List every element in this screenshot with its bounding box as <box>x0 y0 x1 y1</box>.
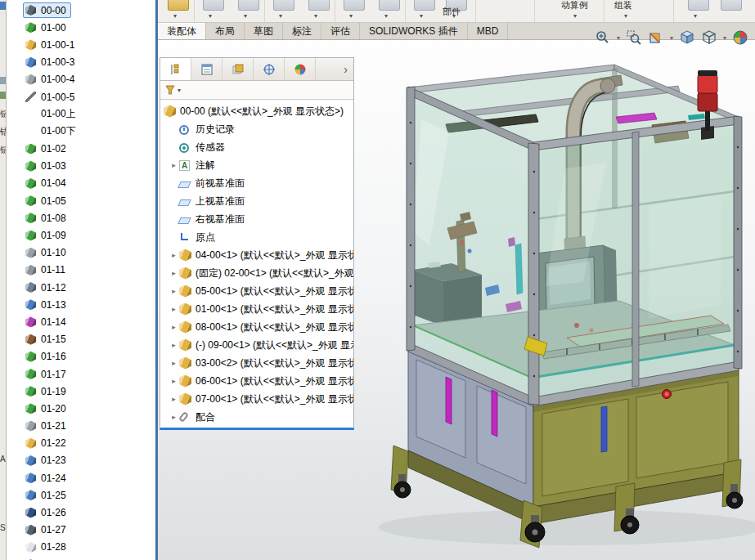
part-list-item[interactable]: 01-00-4 <box>7 71 155 88</box>
dropdown-caret-icon[interactable] <box>279 12 282 20</box>
ribbon-button-partial[interactable] <box>688 0 709 11</box>
part-list-item[interactable]: 01-04 <box>7 175 155 192</box>
part-list-item[interactable]: 01-29 <box>7 556 155 560</box>
expand-arrow-icon[interactable]: ▸ <box>169 359 179 367</box>
feature-tree-item[interactable]: 右视基准面 <box>160 210 353 228</box>
dropdown-caret-icon[interactable] <box>624 12 627 20</box>
ribbon-button-partial[interactable] <box>238 0 259 11</box>
expand-arrow-icon[interactable]: ▸ <box>169 287 179 295</box>
feature-tree-item[interactable]: ▸ 07-00<1> (默认<<默认>_外观 显示状态>) <box>160 390 353 408</box>
part-list-item[interactable]: 01-25 <box>7 486 155 504</box>
feature-tree-item[interactable]: ▸ 06-00<1> (默认<<默认>_外观 显示状态>) <box>160 372 353 390</box>
expand-arrow-icon[interactable]: ▸ <box>169 251 179 259</box>
part-list-item[interactable]: 01-27 <box>7 522 155 539</box>
dropdown-caret-icon[interactable] <box>670 34 673 42</box>
panel-splitter[interactable] <box>155 0 158 560</box>
part-list-item[interactable]: 01-13 <box>7 296 155 313</box>
part-list-item[interactable]: 01-19 <box>7 383 155 400</box>
dropdown-caret-icon[interactable] <box>573 12 577 20</box>
feature-tree-item[interactable]: 00-00 (默认<<默认>_外观 显示状态>) <box>160 102 353 120</box>
tab-featuremanager[interactable] <box>160 58 191 80</box>
feature-tree-item[interactable]: ▸ 08-00<1> (默认<<默认>_外观 显示状态>) <box>160 318 353 336</box>
dropdown-caret-icon[interactable] <box>617 34 620 42</box>
tab-dimxpertmanager[interactable] <box>254 58 285 80</box>
ribbon-label-fragment[interactable]: 部件 <box>443 6 461 18</box>
filter-funnel-icon[interactable] <box>164 84 181 96</box>
dropdown-caret-icon[interactable] <box>244 12 247 20</box>
part-list-item[interactable]: 01-28 <box>7 539 155 556</box>
ribbon-label-fragment[interactable]: 动算例 <box>561 0 588 11</box>
zoom-to-area-icon[interactable] <box>626 29 642 46</box>
display-style-icon[interactable] <box>701 29 717 46</box>
appearances-icon[interactable] <box>732 29 748 46</box>
ribbon-button-partial[interactable] <box>721 0 742 11</box>
part-list-item[interactable]: 01-12 <box>7 279 155 296</box>
commandmanager-tab[interactable]: 评估 <box>321 23 360 39</box>
ribbon-button-partial[interactable] <box>203 0 224 11</box>
tab-propertymanager[interactable] <box>191 58 222 80</box>
dropdown-caret-icon[interactable] <box>314 12 317 20</box>
filter-input[interactable] <box>186 84 349 96</box>
ribbon-button-partial[interactable] <box>273 0 294 11</box>
part-list-item[interactable]: 01-11 <box>7 262 155 279</box>
panel-expand-chevron[interactable] <box>338 58 353 80</box>
part-list-item[interactable]: 01-24 <box>7 469 155 486</box>
dropdown-caret-icon[interactable] <box>723 34 726 42</box>
commandmanager-tab[interactable]: SOLIDWORKS 插件 <box>360 23 468 39</box>
part-list-item[interactable]: 01-23 <box>7 452 155 469</box>
commandmanager-tab[interactable]: 布局 <box>206 23 245 39</box>
expand-arrow-icon[interactable]: ▸ <box>169 305 179 313</box>
part-list-item[interactable]: 01-00下 <box>7 123 155 140</box>
feature-tree-item[interactable]: ▸ 05-00<1> (默认<<默认>_外观 显示状态>) <box>160 282 353 300</box>
view-orientation-icon[interactable] <box>679 29 695 46</box>
part-list-item[interactable]: 01-00 <box>7 19 155 36</box>
feature-tree-item[interactable]: 上视基准面 <box>160 192 353 210</box>
ribbon-label-fragment[interactable]: 组装 <box>614 0 632 11</box>
expand-arrow-icon[interactable]: ▸ <box>169 269 179 277</box>
feature-tree-item[interactable]: 前视基准面 <box>160 174 353 192</box>
part-list-item[interactable]: 01-15 <box>7 331 155 348</box>
feature-tree-item[interactable]: ▸ 03-00<2> (默认<<默认>_外观 显示状态>) <box>160 354 353 372</box>
part-list-item[interactable]: 01-10 <box>7 244 155 262</box>
dropdown-caret-icon[interactable] <box>173 12 177 20</box>
ribbon-button-partial[interactable] <box>168 0 189 11</box>
part-list-item[interactable]: 01-00上 <box>7 105 155 123</box>
zoom-to-fit-icon[interactable] <box>595 29 611 46</box>
expand-arrow-icon[interactable]: ▸ <box>169 341 179 349</box>
ribbon-button-partial[interactable] <box>414 0 435 11</box>
part-list-item[interactable]: 01-00-3 <box>7 54 155 71</box>
part-list-item[interactable]: 01-22 <box>7 435 155 452</box>
feature-tree-item[interactable]: ▸ 注解 <box>160 156 353 174</box>
part-list-item[interactable]: 01-00-5 <box>7 88 155 105</box>
part-list-item[interactable]: 01-00-1 <box>7 36 155 53</box>
expand-arrow-icon[interactable]: ▸ <box>169 323 179 331</box>
dropdown-caret-icon[interactable] <box>384 12 388 20</box>
part-list-item[interactable]: 01-08 <box>7 209 155 226</box>
feature-tree-item[interactable]: ▸ (-) 09-00<1> (默认<<默认>_外观 显示状态>) <box>160 336 353 354</box>
feature-tree-item[interactable]: ▸ (固定) 02-00<1> (默认<<默认>_外观 显示状态>) <box>160 264 353 282</box>
part-list-item[interactable]: 01-03 <box>7 158 155 175</box>
tab-configurationmanager[interactable] <box>222 58 254 80</box>
expand-arrow-icon[interactable]: ▸ <box>169 377 179 385</box>
dropdown-caret-icon[interactable] <box>349 12 353 20</box>
section-view-icon[interactable] <box>648 29 664 46</box>
part-list-item[interactable]: 01-16 <box>7 348 155 365</box>
commandmanager-tab[interactable]: MBD <box>468 23 509 39</box>
ribbon-button-partial[interactable] <box>379 0 400 11</box>
expand-arrow-icon[interactable]: ▸ <box>169 161 179 169</box>
feature-tree-item[interactable]: 原点 <box>160 228 353 246</box>
part-list-item[interactable]: 01-20 <box>7 400 155 417</box>
feature-tree-item[interactable]: 传感器 <box>160 138 353 156</box>
expand-arrow-icon[interactable]: ▸ <box>169 413 179 421</box>
part-list-item[interactable]: 01-05 <box>7 192 155 209</box>
part-list-item[interactable]: 01-02 <box>7 141 155 158</box>
feature-tree-item[interactable]: ▸ 01-00<1> (默认<<默认>_外观 显示状态>) <box>160 300 353 318</box>
dropdown-caret-icon[interactable] <box>209 12 212 20</box>
tab-displaymanager[interactable] <box>285 58 316 80</box>
expand-arrow-icon[interactable]: ▸ <box>169 395 179 403</box>
commandmanager-tab[interactable]: 标注 <box>283 23 321 39</box>
part-list-item[interactable]: 00-00 <box>7 2 155 19</box>
ribbon-button-partial[interactable] <box>308 0 330 11</box>
ribbon-button-partial[interactable] <box>344 0 365 11</box>
feature-tree-item[interactable]: ▸ 04-00<1> (默认<<默认>_外观 显示状态>) <box>160 246 353 264</box>
